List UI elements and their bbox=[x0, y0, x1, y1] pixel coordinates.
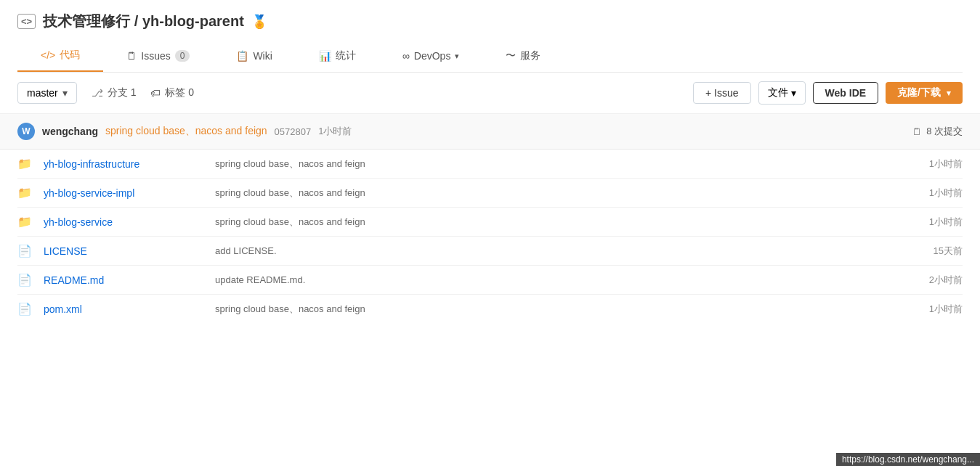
issues-badge: 0 bbox=[175, 50, 190, 62]
file-name[interactable]: README.md bbox=[44, 274, 203, 286]
tab-issues[interactable]: 🗒 Issues 0 bbox=[103, 40, 213, 72]
file-name[interactable]: pom.xml bbox=[44, 303, 203, 315]
file-time: 1小时前 bbox=[904, 187, 963, 200]
clone-btn-label: 克隆/下载 bbox=[897, 86, 941, 99]
code-icon: <> bbox=[17, 14, 36, 29]
file-time: 15天前 bbox=[904, 245, 963, 258]
toolbar: master ▾ ⎇ 分支 1 🏷 标签 0 + Issue 文件 ▾ Web … bbox=[0, 73, 980, 114]
file-time: 1小时前 bbox=[904, 303, 963, 316]
branch-count-label[interactable]: 分支 1 bbox=[108, 86, 137, 99]
files-caret-icon: ▾ bbox=[791, 87, 796, 99]
repo-full-name: 技术管理修行 / yh-blog-parent bbox=[43, 12, 244, 31]
tab-devops-label: DevOps bbox=[414, 50, 451, 62]
tab-stats-label: 统计 bbox=[336, 49, 356, 62]
devops-tab-icon: ∞ bbox=[402, 50, 410, 62]
folder-icon: 📁 bbox=[17, 157, 32, 171]
tag-info: 🏷 标签 0 bbox=[150, 86, 194, 99]
file-commit-message: spring cloud base、nacos and feign bbox=[215, 216, 893, 229]
file-row: 📄README.mdupdate README.md.2小时前 bbox=[17, 266, 963, 295]
tab-wiki[interactable]: 📋 Wiki bbox=[213, 40, 295, 72]
stats-tab-icon: 📊 bbox=[319, 50, 331, 62]
file-name[interactable]: LICENSE bbox=[44, 245, 203, 257]
history-icon: 🗒 bbox=[912, 126, 922, 137]
file-commit-message: update README.md. bbox=[215, 274, 893, 285]
tab-service-label: 服务 bbox=[520, 49, 540, 62]
clone-button[interactable]: 克隆/下载 ▾ bbox=[886, 82, 963, 104]
tab-devops[interactable]: ∞ DevOps ▾ bbox=[379, 40, 483, 72]
service-tab-icon: 〜 bbox=[506, 49, 516, 62]
devops-dropdown-arrow: ▾ bbox=[455, 52, 459, 61]
issues-tab-icon: 🗒 bbox=[126, 50, 137, 62]
file-row: 📄pom.xmlspring cloud base、nacos and feig… bbox=[17, 295, 963, 323]
avatar-letter: W bbox=[22, 126, 30, 136]
code-tab-icon: </> bbox=[41, 49, 55, 61]
page-header: <> 技术管理修行 / yh-blog-parent 🏅 </> 代码 🗒 Is… bbox=[0, 0, 980, 73]
commit-bar: W wengchang spring cloud base、nacos and … bbox=[0, 114, 980, 150]
webide-button[interactable]: Web IDE bbox=[813, 82, 879, 104]
branch-name: master bbox=[27, 87, 58, 99]
repo-name[interactable]: yh-blog-parent bbox=[142, 13, 244, 29]
file-time: 2小时前 bbox=[904, 274, 963, 287]
tab-code[interactable]: </> 代码 bbox=[17, 40, 103, 72]
tab-wiki-label: Wiki bbox=[253, 50, 272, 62]
tag-count-label[interactable]: 标签 0 bbox=[165, 86, 194, 99]
file-icon: 📄 bbox=[17, 244, 32, 258]
commit-hash[interactable]: 0572807 bbox=[275, 126, 312, 137]
tag-icon: 🏷 bbox=[150, 87, 161, 99]
commit-count-area: 🗒 8 次提交 bbox=[912, 125, 963, 138]
branch-info: ⎇ 分支 1 bbox=[92, 86, 137, 99]
commit-time: 1小时前 bbox=[318, 125, 352, 138]
commit-count-label[interactable]: 8 次提交 bbox=[926, 125, 963, 138]
file-time: 1小时前 bbox=[904, 216, 963, 229]
tab-stats[interactable]: 📊 统计 bbox=[296, 40, 379, 72]
award-icon: 🏅 bbox=[251, 14, 267, 30]
file-commit-message: spring cloud base、nacos and feign bbox=[215, 187, 893, 200]
fork-icon: ⎇ bbox=[92, 87, 103, 99]
file-commit-message: spring cloud base、nacos and feign bbox=[215, 158, 893, 171]
wiki-tab-icon: 📋 bbox=[236, 50, 248, 62]
nav-tabs: </> 代码 🗒 Issues 0 📋 Wiki 📊 统计 ∞ DevOps ▾… bbox=[17, 40, 963, 73]
repo-title: <> 技术管理修行 / yh-blog-parent 🏅 bbox=[17, 12, 963, 31]
file-icon: 📄 bbox=[17, 302, 32, 316]
title-separator: / bbox=[134, 13, 142, 29]
file-name[interactable]: yh-blog-service bbox=[44, 216, 203, 228]
file-commit-message: add LICENSE. bbox=[215, 245, 893, 256]
folder-icon: 📁 bbox=[17, 186, 32, 200]
file-list: 📁yh-blog-infrastructurespring cloud base… bbox=[0, 150, 980, 323]
branch-caret-icon: ▾ bbox=[62, 87, 68, 99]
author-avatar: W bbox=[17, 123, 35, 140]
file-row: 📁yh-blog-service-implspring cloud base、n… bbox=[17, 179, 963, 208]
repo-owner[interactable]: 技术管理修行 bbox=[43, 13, 130, 29]
tab-service[interactable]: 〜 服务 bbox=[482, 40, 564, 72]
file-commit-message: spring cloud base、nacos and feign bbox=[215, 303, 893, 316]
file-row: 📄LICENSEadd LICENSE.15天前 bbox=[17, 237, 963, 266]
tab-issues-label: Issues bbox=[141, 50, 170, 62]
tab-code-label: 代码 bbox=[60, 49, 80, 62]
issue-button[interactable]: + Issue bbox=[693, 82, 751, 104]
toolbar-right: + Issue 文件 ▾ Web IDE 克隆/下载 ▾ bbox=[693, 81, 963, 105]
files-button[interactable]: 文件 ▾ bbox=[758, 81, 806, 105]
folder-icon: 📁 bbox=[17, 215, 32, 229]
file-name[interactable]: yh-blog-service-impl bbox=[44, 187, 203, 199]
file-row: 📁yh-blog-infrastructurespring cloud base… bbox=[17, 150, 963, 179]
file-name[interactable]: yh-blog-infrastructure bbox=[44, 158, 203, 170]
file-icon: 📄 bbox=[17, 273, 32, 287]
file-row: 📁yh-blog-servicespring cloud base、nacos … bbox=[17, 208, 963, 237]
file-time: 1小时前 bbox=[904, 158, 963, 171]
commit-author[interactable]: wengchang bbox=[42, 126, 98, 137]
commit-message[interactable]: spring cloud base、nacos and feign bbox=[105, 125, 267, 138]
clone-caret-icon: ▾ bbox=[947, 89, 951, 98]
branch-selector[interactable]: master ▾ bbox=[17, 82, 77, 104]
files-btn-label: 文件 bbox=[768, 86, 788, 99]
